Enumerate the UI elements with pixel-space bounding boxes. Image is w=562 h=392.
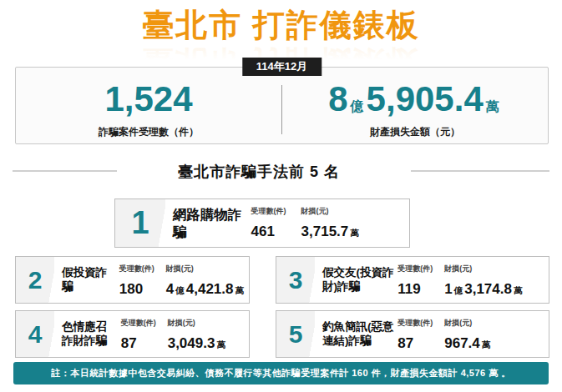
fraud-name: 釣魚簡訊(惡意連結)詐騙 <box>315 311 397 357</box>
fraud-name: 假交友(投資詐財)詐騙 <box>315 257 397 303</box>
loss-column: 財損(元) 4億4,421.8萬 <box>166 257 249 303</box>
rank-badge: 4 <box>16 311 54 357</box>
count-value: 119 <box>397 282 444 296</box>
section-title: 臺北市詐騙手法前 5 名 <box>100 162 418 182</box>
loss-header: 財損(元) <box>166 264 246 274</box>
rank-badge: 5 <box>276 311 315 357</box>
loss-column: 財損(元) 3,049.3萬 <box>168 311 249 357</box>
loss-label: 財產損失金額（元） <box>370 125 460 139</box>
dashboard-page: 臺北市 打詐儀錶板 臺北市 打詐儀錶板 114年12月 1,524 詐騙案件受理… <box>0 0 562 392</box>
fraud-card-rank1: 1 網路購物詐騙 受理數(件) 461 財損(元) 3,715.7萬 <box>114 199 410 248</box>
count-header: 受理數(件) <box>397 264 444 274</box>
footnote-bar: 註：本日統計數據中包含交易糾紛、債務不履行等其他詐騙受理案件計 160 件，財產… <box>13 362 549 384</box>
loss-value: 8億5,905.4萬 <box>328 82 502 117</box>
footnote-text: 註：本日統計數據中包含交易糾紛、債務不履行等其他詐騙受理案件計 160 件，財產… <box>51 367 511 379</box>
loss-header: 財損(元) <box>301 206 406 217</box>
rank-badge: 3 <box>276 257 315 303</box>
cases-value: 1,524 <box>104 82 192 117</box>
count-header: 受理數(件) <box>119 264 166 274</box>
count-column: 受理數(件) 119 <box>397 257 444 303</box>
section-line-right <box>411 170 549 172</box>
fraud-card-rank5: 5 釣魚簡訊(惡意連結)詐騙 受理數(件) 87 財損(元) 967.4萬 <box>276 310 549 358</box>
loss-header: 財損(元) <box>444 264 545 274</box>
loss-column: 財損(元) 1億3,174.8萬 <box>444 257 549 303</box>
count-column: 受理數(件) 461 <box>251 199 301 247</box>
stat-cases: 1,524 詐騙案件受理數（件） <box>16 68 281 143</box>
stat-loss: 8億5,905.4萬 財產損失金額（元） <box>282 68 548 143</box>
loss-column: 財損(元) 3,715.7萬 <box>301 199 409 247</box>
count-header: 受理數(件) <box>397 318 444 329</box>
rank-badge: 1 <box>115 199 165 247</box>
loss-value: 3,715.7萬 <box>301 224 406 239</box>
summary-card: 114年12月 1,524 詐騙案件受理數（件） 8億5,905.4萬 財產損失… <box>15 67 549 144</box>
count-value: 180 <box>119 282 166 296</box>
cases-label: 詐騙案件受理數（件） <box>99 125 199 139</box>
rank-badge: 2 <box>16 257 54 303</box>
fraud-card-rank4: 4 色情應召詐財詐騙 受理數(件) 87 財損(元) 3,049.3萬 <box>15 310 250 358</box>
loss-value: 967.4萬 <box>444 336 545 350</box>
loss-header: 財損(元) <box>444 318 545 329</box>
count-column: 受理數(件) 87 <box>121 311 168 357</box>
loss-value: 3,049.3萬 <box>168 336 246 350</box>
page-title: 臺北市 打詐儀錶板 <box>0 5 562 45</box>
loss-value: 1億3,174.8萬 <box>444 282 545 296</box>
loss-column: 財損(元) 967.4萬 <box>444 311 549 357</box>
fraud-card-rank2: 2 假投資詐騙 受理數(件) 180 財損(元) 4億4,421.8萬 <box>15 256 250 304</box>
count-value: 87 <box>121 336 168 350</box>
count-value: 461 <box>251 224 301 239</box>
fraud-name: 色情應召詐財詐騙 <box>54 311 121 357</box>
count-column: 受理數(件) 180 <box>119 257 166 303</box>
fraud-name: 假投資詐騙 <box>54 257 119 303</box>
count-column: 受理數(件) 87 <box>397 311 444 357</box>
count-header: 受理數(件) <box>121 318 168 329</box>
fraud-card-rank3: 3 假交友(投資詐財)詐騙 受理數(件) 119 財損(元) 1億3,174.8… <box>276 256 549 304</box>
count-value: 87 <box>397 336 444 350</box>
loss-value: 4億4,421.8萬 <box>166 282 246 296</box>
count-header: 受理數(件) <box>251 206 301 217</box>
period-badge: 114年12月 <box>242 58 322 76</box>
fraud-name: 網路購物詐騙 <box>165 199 251 247</box>
loss-header: 財損(元) <box>168 318 246 329</box>
